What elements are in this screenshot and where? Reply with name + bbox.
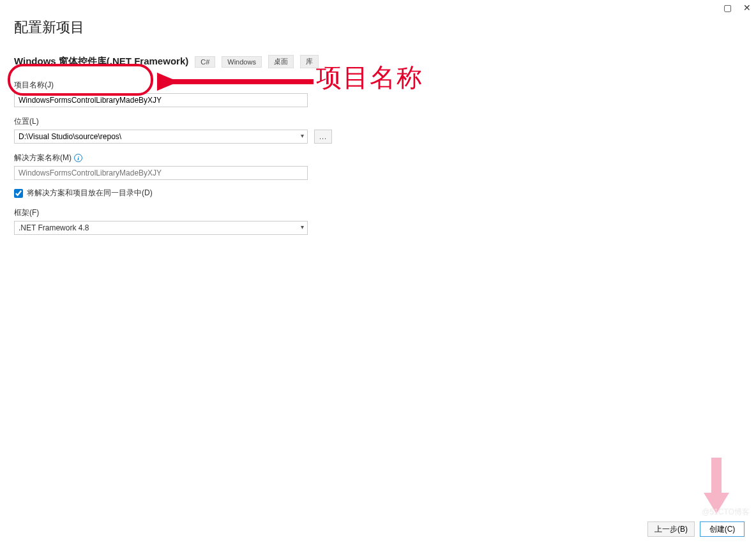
- project-name-label: 项目名称(J): [14, 80, 742, 91]
- page-title: 配置新项目: [14, 18, 742, 37]
- same-directory-row[interactable]: 将解决方案和项目放在同一目录中(D): [14, 188, 742, 199]
- template-subtitle: Windows 窗体控件库(.NET Framework): [14, 56, 188, 68]
- project-name-input[interactable]: [14, 93, 308, 107]
- tag-windows: Windows: [222, 56, 262, 68]
- main-content: 配置新项目 Windows 窗体控件库(.NET Framework) C# W…: [0, 0, 756, 235]
- back-button[interactable]: 上一步(B): [647, 521, 695, 537]
- location-dropdown[interactable]: ▾: [14, 130, 308, 144]
- footer: 上一步(B) 创建(C): [647, 521, 745, 537]
- solution-name-label: 解决方案名称(M) i: [14, 153, 742, 163]
- subtitle-row: Windows 窗体控件库(.NET Framework) C# Windows…: [14, 55, 742, 68]
- solution-name-input: [14, 166, 308, 180]
- svg-marker-3: [704, 493, 729, 514]
- browse-button[interactable]: ...: [314, 130, 332, 144]
- tag-csharp: C#: [195, 56, 215, 68]
- location-input[interactable]: [14, 130, 308, 144]
- framework-dropdown[interactable]: ▾: [14, 221, 308, 235]
- svg-rect-2: [711, 458, 722, 496]
- tag-library: 库: [300, 55, 319, 68]
- framework-label: 框架(F): [14, 207, 742, 218]
- same-directory-checkbox[interactable]: [14, 189, 23, 198]
- solution-name-label-text: 解决方案名称(M): [14, 153, 72, 163]
- framework-input[interactable]: [14, 221, 308, 235]
- tag-desktop: 桌面: [268, 55, 294, 68]
- same-directory-label: 将解决方案和项目放在同一目录中(D): [27, 188, 153, 199]
- maximize-icon[interactable]: ▢: [723, 3, 732, 13]
- annotation-pink-arrow: [704, 458, 729, 515]
- watermark: @51CTO博客: [702, 507, 750, 518]
- close-icon[interactable]: ✕: [743, 3, 751, 13]
- create-button[interactable]: 创建(C): [700, 521, 745, 537]
- info-icon[interactable]: i: [74, 154, 82, 162]
- location-label: 位置(L): [14, 116, 742, 127]
